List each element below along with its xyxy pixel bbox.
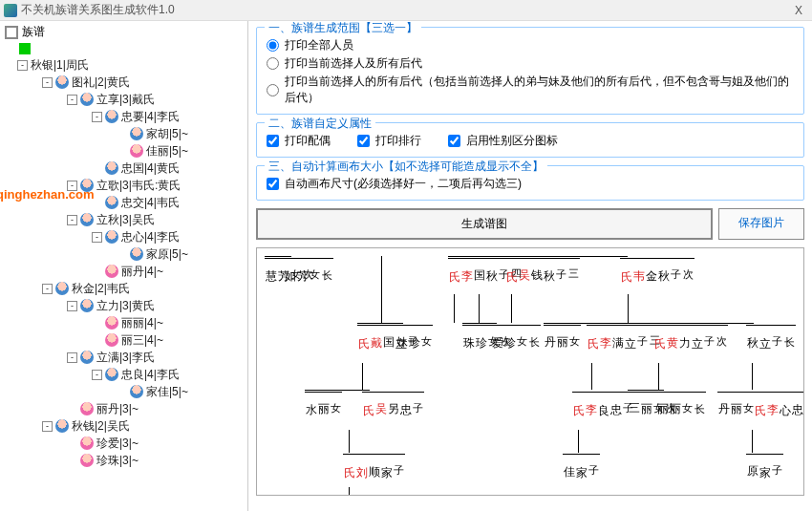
- tree-toggle-icon[interactable]: -: [67, 215, 77, 225]
- chk-gender-icon-label: 启用性别区分图标: [466, 133, 558, 149]
- person-icon: [105, 316, 118, 330]
- person-icon: [55, 419, 69, 433]
- tree-row[interactable]: 珍爱|3|~: [4, 435, 247, 452]
- tree-toggle-icon[interactable]: -: [42, 284, 53, 294]
- chk-rank-label: 打印排行: [375, 133, 421, 149]
- tree-toggle-icon[interactable]: -: [42, 77, 53, 88]
- tree-toggle-icon[interactable]: -: [67, 352, 77, 363]
- tree-row[interactable]: -立满|3|李氏: [4, 349, 247, 366]
- person-icon: [105, 368, 118, 381]
- tree-row[interactable]: -忠良|4|李氏: [4, 366, 247, 383]
- generate-button[interactable]: 生成谱图: [256, 208, 713, 240]
- tree-label: 立秋|3|吴氏: [96, 211, 155, 228]
- close-icon[interactable]: X: [789, 4, 808, 17]
- left-header-label: 族谱: [22, 24, 45, 40]
- tree-root-row: [0, 43, 247, 54]
- root-marker-icon: [19, 43, 31, 54]
- chart-node: 长女珍爱: [491, 325, 541, 329]
- tree-toggle-icon[interactable]: -: [42, 421, 53, 432]
- group-scope: 一、族谱生成范围【三选一】 打印全部人员 打印当前选择人及所有后代 打印当前选择…: [256, 27, 804, 115]
- tree-label: 家原|5|~: [146, 245, 188, 263]
- tree-toggle-icon[interactable]: -: [67, 95, 77, 105]
- tree-label: 忠交|4|韦氏: [121, 194, 180, 211]
- save-image-button[interactable]: 保存图片: [718, 208, 804, 240]
- radio-all-label: 打印全部人员: [285, 37, 353, 53]
- radio-all[interactable]: [267, 39, 279, 52]
- group-attrs: 二、族谱自定义属性 打印配偶 打印排行 启用性别区分图标: [256, 122, 804, 158]
- tree-row[interactable]: 珍珠|3|~: [4, 452, 247, 469]
- tree-row[interactable]: 丽丽|4|~: [4, 314, 247, 331]
- tree-label: 立享|3|戴氏: [96, 91, 155, 108]
- tree-row[interactable]: -秋银|1|周氏: [4, 56, 247, 74]
- tree-label: 珍珠|3|~: [96, 452, 139, 469]
- chart-node: 次子立力黄氏: [653, 325, 728, 329]
- chart-node: 长女芳如: [284, 258, 333, 262]
- chart-node: 子忠另吴氏: [362, 392, 424, 395]
- tree-row[interactable]: 丽三|4|~: [4, 331, 247, 349]
- tree-row[interactable]: -立力|3|黄氏: [4, 297, 247, 314]
- group-canvas: 三、自动计算画布大小【如不选择可能造成显示不全】 自动画布尺寸(必须选择好一，二…: [256, 165, 804, 201]
- tree-label: 图礼|2|黄氏: [72, 74, 130, 91]
- person-icon: [130, 385, 143, 398]
- chart-node: 三子立满李氏: [587, 325, 661, 329]
- tree-label: 忠心|4|李氏: [121, 228, 180, 245]
- person-icon: [80, 213, 94, 226]
- tree-row[interactable]: -忠心|4|李氏: [4, 228, 247, 245]
- tree-row[interactable]: -秋金|2|韦氏: [4, 280, 247, 297]
- person-icon: [105, 110, 118, 123]
- person-icon: [130, 247, 143, 261]
- chart-node: 子家顺刘氏: [343, 454, 405, 458]
- tree-row[interactable]: 家原|5|~: [4, 245, 247, 263]
- person-icon: [105, 333, 118, 347]
- chart-node: 长女丽丽: [656, 392, 706, 395]
- chart-node: 女丽丹: [544, 325, 581, 329]
- chk-spouse-label: 打印配偶: [285, 133, 331, 149]
- tree-label: 秋钱|2|吴氏: [72, 417, 130, 435]
- tree-label: 家佳|5|~: [146, 383, 188, 400]
- chk-spouse[interactable]: [267, 135, 279, 147]
- chart-node: 子忠良李氏: [572, 392, 634, 395]
- radio-sel-desc-label: 打印当前选择人及所有后代: [285, 55, 422, 72]
- tree-toggle-icon[interactable]: -: [67, 301, 77, 311]
- tree-row[interactable]: 忠国|4|黄氏: [4, 160, 247, 177]
- chart-canvas[interactable]: 次女芳慧长女芳如四子秋国李氏三子秋钱吴氏次子秋金韦氏子立国戴氏女珍妹次女珍珠长女…: [256, 247, 804, 496]
- tree-label: 丽三|4|~: [121, 331, 163, 349]
- tree-label: 忠国|4|黄氏: [121, 160, 180, 177]
- chart-node: 次子秋金韦氏: [620, 258, 694, 262]
- tree-row[interactable]: -图礼|2|黄氏: [4, 74, 247, 91]
- tree-toggle-icon[interactable]: -: [92, 232, 102, 243]
- tree-toggle-icon[interactable]: -: [92, 370, 102, 380]
- chk-auto-size[interactable]: [267, 178, 279, 190]
- tree-toggle-icon[interactable]: -: [17, 60, 28, 71]
- chk-rank[interactable]: [357, 135, 370, 147]
- person-icon: [80, 454, 94, 467]
- doc-icon: [5, 26, 18, 39]
- chart-node: 三子秋钱吴氏: [505, 258, 580, 262]
- tree-label: 丽丽|4|~: [121, 314, 163, 331]
- person-icon: [80, 402, 94, 415]
- tree-row[interactable]: -忠要|4|李氏: [4, 108, 247, 125]
- person-icon: [80, 351, 94, 364]
- chk-auto-size-label: 自动画布尺寸(必须选择好一，二项后再勾选三): [285, 176, 522, 192]
- tree-row[interactable]: -立享|3|戴氏: [4, 91, 247, 108]
- tree-row[interactable]: 佳丽|5|~: [4, 142, 247, 160]
- left-panel: qinghezhan.com 族谱 -秋银|1|周氏-图礼|2|黄氏-立享|3|…: [0, 21, 248, 511]
- tree-row[interactable]: -立秋|3|吴氏: [4, 211, 247, 228]
- tree[interactable]: -秋银|1|周氏-图礼|2|黄氏-立享|3|戴氏-忠要|4|李氏家胡|5|~佳丽…: [0, 54, 247, 471]
- chart-node: 长子立秋: [746, 325, 796, 329]
- tree-row[interactable]: 丽丹|3|~: [4, 400, 247, 417]
- tree-row[interactable]: 家佳|5|~: [4, 383, 247, 400]
- radio-desc-only[interactable]: [267, 84, 279, 96]
- radio-desc-only-label: 打印当前选择人的所有后代（包括当前选择人的弟与妹及他们的所有后代，但不包含哥与姐…: [285, 74, 794, 106]
- tree-label: 立满|3|李氏: [96, 349, 155, 366]
- radio-sel-desc[interactable]: [267, 57, 279, 70]
- tree-toggle-icon[interactable]: -: [92, 112, 102, 122]
- left-header: 族谱: [0, 21, 247, 43]
- tree-row[interactable]: 丽丹|4|~: [4, 263, 247, 280]
- right-panel: 一、族谱生成范围【三选一】 打印全部人员 打印当前选择人及所有后代 打印当前选择…: [248, 21, 812, 511]
- tree-label: 家胡|5|~: [146, 125, 188, 142]
- chk-gender-icon[interactable]: [448, 135, 460, 147]
- person-icon: [130, 144, 143, 158]
- tree-row[interactable]: 家胡|5|~: [4, 125, 247, 142]
- tree-row[interactable]: -秋钱|2|吴氏: [4, 417, 247, 435]
